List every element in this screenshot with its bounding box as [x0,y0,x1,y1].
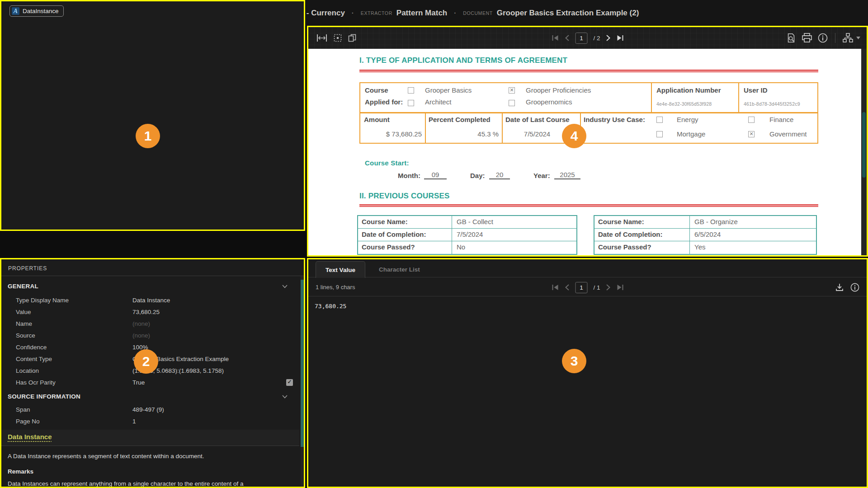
info-icon[interactable] [818,33,828,43]
extracted-text-value[interactable]: 73,680.25 [315,303,346,310]
prop-value[interactable]: 73,680.25 [132,309,160,315]
page-number-input[interactable]: 1 [575,282,587,293]
prop-value[interactable]: (none) [132,320,150,327]
print-icon[interactable] [802,33,812,43]
option-groopernomics: Groopernomics [526,98,572,106]
checkbox-mortgage[interactable] [656,131,663,137]
previous-course-table-2: Course Name: GB - Organize Date of Compl… [594,215,817,255]
fit-width-icon[interactable] [316,34,327,42]
viewer-page-navigator: 1 / 2 [552,27,623,49]
toolbar-divider [835,33,835,43]
chevron-down-icon[interactable] [282,285,288,288]
prop-label: Location [16,367,39,374]
chevron-down-icon[interactable] [282,395,288,399]
help-topic-link[interactable]: Data Instance [8,433,52,441]
previous-course-table-1: Course Name: GB - Collect Date of Comple… [357,215,577,255]
breadcrumb-label-document: DOCUMENT [463,10,492,16]
course-start-title: Course Start: [365,159,409,167]
copy-pages-icon[interactable] [348,34,356,42]
page-count-label: / 2 [593,35,600,42]
month-value: 09 [424,171,447,179]
checkbox-finance[interactable] [748,117,755,123]
month-label: Month: [398,172,420,179]
prop-value[interactable]: True [132,379,145,386]
help-remarks-text: Data Instances can represent anything fr… [8,480,244,487]
last-page-icon[interactable] [617,284,624,291]
prop-label: Page No [16,418,40,425]
prop-label: Span [16,406,30,413]
document-scrollbar-thumb[interactable] [862,112,866,178]
previous-page-icon[interactable] [565,284,569,291]
text-panel-tabs: Text Value Character List [308,259,867,277]
prop-value[interactable]: Data Instance [132,297,170,304]
annotation-marker-4: 4 [562,124,586,148]
prop-label: Name [16,320,32,327]
properties-scrollbar[interactable] [301,276,304,487]
option-finance: Finance [769,116,793,123]
course-label-line1: Course [365,86,388,94]
breadcrumb-separator: · [454,9,456,17]
checkbox-groopernomics[interactable] [509,100,515,106]
course-passed-label: Course Passed? [362,243,415,251]
select-region-icon[interactable] [334,34,342,42]
date-of-last-course-label: Date of Last Course [505,116,570,123]
date-of-completion-value: 6/5/2024 [694,230,721,238]
document-search-icon[interactable] [786,33,796,43]
page-number-input[interactable]: 1 [575,33,587,44]
line-char-count: 1 lines, 9 chars [316,284,355,291]
date-of-completion-value: 7/5/2024 [457,230,483,238]
first-page-icon[interactable] [552,35,559,41]
year-value: 2025 [554,171,580,179]
course-name-label: Course Name: [598,218,644,225]
prop-label: Confidence [16,344,47,351]
section-source-information[interactable]: SOURCE INFORMATION [8,393,80,400]
annotation-marker-2: 2 [134,349,158,374]
checkbox-grooper-basics[interactable] [408,87,414,94]
section-general[interactable]: GENERAL [8,283,38,290]
properties-panel: PROPERTIES GENERAL Type Display Name Dat… [0,258,305,488]
amount-table: Amount $ 73,680.25 Percent Completed 45.… [359,112,818,144]
day-value: 20 [489,171,510,179]
checkbox-grooper-proficiencies[interactable] [509,87,515,94]
annotation-marker-3: 3 [562,349,586,373]
viewer-toolbar: 1 / 2 [308,27,867,49]
data-instance-type-icon: A [12,7,19,15]
first-page-icon[interactable] [552,284,559,291]
course-name-value: GB - Organize [694,218,738,225]
prop-value[interactable]: (none) [132,332,150,339]
breadcrumb-separator: · [352,9,354,17]
breadcrumb-label-extractor: EXTRACTOR [361,10,392,16]
checkbox-architect[interactable] [408,100,414,106]
text-panel-statusbar: 1 lines, 9 chars 1 / 1 [308,278,867,296]
tab-character-list[interactable]: Character List [373,261,426,277]
breadcrumb-document: Grooper Basics Extraction Example (2) [497,9,639,18]
year-label: Year: [533,172,550,179]
option-government: Government [769,130,807,138]
checkbox-government[interactable] [748,131,755,137]
form-section2-title: II. PREVIOUS COURSES [359,192,450,201]
course-passed-value: Yes [694,243,705,251]
prop-label: Value [16,309,31,315]
checkbox-energy[interactable] [656,117,663,123]
data-instance-node[interactable]: A DataInstance [9,5,64,17]
prop-value[interactable]: 489-497 (9) [132,406,164,413]
application-number-label: Application Number [656,86,721,94]
next-page-icon[interactable] [606,284,611,291]
download-icon[interactable] [835,283,844,292]
tab-text-value[interactable]: Text Value [316,261,365,278]
info-icon[interactable] [850,283,859,292]
document-scrollbar[interactable] [861,49,867,255]
properties-scrollbar-thumb[interactable] [301,280,304,447]
prop-label: Content Type [16,356,52,362]
document-page[interactable]: I. TYPE OF APPLICATION AND TERMS OF AGRE… [308,49,861,255]
previous-page-icon[interactable] [565,35,569,41]
has-ocr-parity-checkbox[interactable] [286,379,293,386]
amount-value: $ 73,680.25 [360,130,422,138]
amount-label: Amount [364,116,390,123]
layout-tree-icon[interactable] [843,33,854,43]
next-page-icon[interactable] [606,35,611,41]
layout-dropdown-caret-icon[interactable] [856,37,860,39]
data-instance-node-label: DataInstance [23,8,59,14]
last-page-icon[interactable] [617,35,624,41]
prop-value[interactable]: 1 [132,418,136,425]
